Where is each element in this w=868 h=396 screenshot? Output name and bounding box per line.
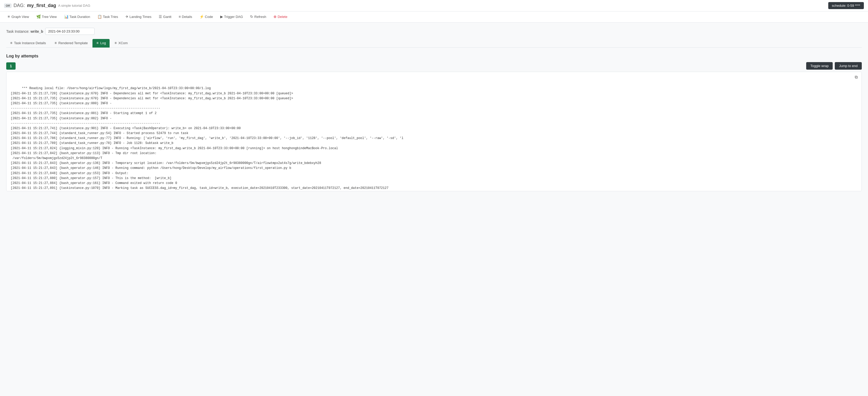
dag-prefix: DAG: [13,3,25,8]
tab-rendered-template[interactable]: ✳ Rendered Template [51,39,91,48]
nav-task-duration-label: Task Duration [70,15,90,19]
task-instance-label: Task Instance: write_b [6,29,43,33]
log-output: ⧉ *** Reading local file: /Users/hong/ai… [6,72,862,191]
nav-tree-view-label: Tree View [42,15,57,19]
task-duration-icon: 📊 [64,14,68,19]
log-content: *** Reading local file: /Users/hong/airf… [11,87,403,191]
xcom-icon: ✳ [114,41,117,45]
tree-view-icon: 🌿 [36,14,41,19]
nav-details[interactable]: ≡ Details [176,11,195,22]
toggle-wrap-button[interactable]: Toggle wrap [806,62,833,70]
refresh-icon: ↻ [250,14,253,19]
log-icon: ✳ [96,41,99,45]
log-controls: 1 Toggle wrap Jump to end [6,62,862,70]
off-badge[interactable]: Off [4,4,11,8]
dag-title: Off DAG: my_first_dag A simple tutorial … [4,3,90,8]
log-by-attempts-title: Log by attempts [6,54,862,58]
nav-task-tries-label: Task Tries [103,15,118,19]
task-instance-name: write_b [30,29,43,33]
nav-bar: ✳ Graph View 🌿 Tree View 📊 Task Duration… [0,11,868,23]
nav-landing-times-label: Landing Times [130,15,152,19]
nav-landing-times[interactable]: ✈ Landing Times [122,11,155,22]
nav-refresh-label: Refresh [254,15,266,19]
task-instance-details-icon: ✳ [10,41,13,45]
nav-code[interactable]: ⚡ Code [196,11,216,22]
tab-task-instance-details-label: Task Instance Details [14,41,46,45]
task-tries-icon: 📋 [97,14,102,19]
nav-code-label: Code [205,15,213,19]
nav-tree-view[interactable]: 🌿 Tree View [33,11,60,22]
log-section: Log by attempts 1 Toggle wrap Jump to en… [6,54,862,191]
gantt-icon: ☰ [159,14,162,19]
rendered-template-icon: ✳ [54,41,57,45]
dag-description: A simple tutorial DAG [58,4,90,7]
nav-task-tries[interactable]: 📋 Task Tries [94,11,121,22]
task-instance-datetime[interactable] [45,28,95,35]
content-area: Task Instance: write_b ✳ Task Instance D… [0,23,868,196]
nav-graph-view[interactable]: ✳ Graph View [4,11,32,22]
tab-xcom[interactable]: ✳ XCom [111,39,131,48]
attempt-1-button[interactable]: 1 [6,62,16,70]
nav-refresh[interactable]: ↻ Refresh [247,11,269,22]
tab-log[interactable]: ✳ Log [92,39,110,48]
code-icon: ⚡ [199,14,204,19]
log-action-buttons: Toggle wrap Jump to end [806,62,862,70]
tab-task-instance-details[interactable]: ✳ Task Instance Details [6,39,50,48]
top-bar: Off DAG: my_first_dag A simple tutorial … [0,0,868,11]
tab-log-label: Log [100,41,106,45]
details-icon: ≡ [179,14,181,19]
nav-gantt[interactable]: ☰ Gantt [156,11,175,22]
trigger-dag-icon: ▶ [220,14,223,19]
nav-graph-view-label: Graph View [11,15,29,19]
copy-log-button[interactable]: ⧉ [853,74,860,80]
nav-gantt-label: Gantt [163,15,172,19]
task-instance-row: Task Instance: write_b [6,28,862,35]
nav-task-duration[interactable]: 📊 Task Duration [61,11,93,22]
delete-icon: ⊗ [274,14,277,19]
nav-delete-label: Delete [278,15,287,19]
nav-trigger-dag-label: Trigger DAG [224,15,243,19]
tabs-row: ✳ Task Instance Details ✳ Rendered Templ… [6,39,862,48]
landing-times-icon: ✈ [125,14,129,19]
jump-to-end-button[interactable]: Jump to end [835,62,862,70]
nav-delete[interactable]: ⊗ Delete [270,11,291,22]
nav-trigger-dag[interactable]: ▶ Trigger DAG [217,11,246,22]
nav-details-label: Details [182,15,192,19]
tab-xcom-label: XCom [118,41,128,45]
graph-view-icon: ✳ [7,14,10,19]
tab-rendered-template-label: Rendered Template [58,41,88,45]
schedule-badge: schedule: 0-59 **** [828,2,864,9]
dag-name: my_first_dag [27,3,56,8]
